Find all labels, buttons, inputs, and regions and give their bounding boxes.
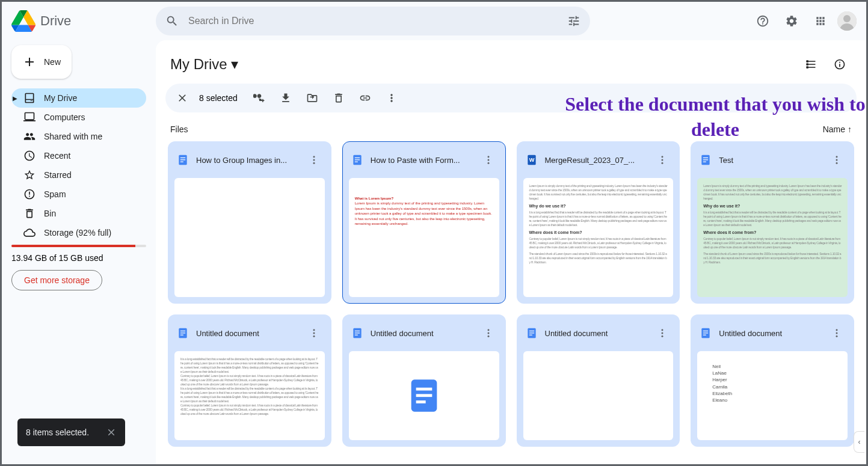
download-button[interactable] — [274, 86, 298, 110]
file-card[interactable]: Untitled document Neil LaNae Harper Cami… — [691, 314, 854, 447]
svg-point-52 — [662, 336, 663, 337]
svg-rect-56 — [703, 335, 706, 336]
svg-rect-45 — [416, 400, 425, 403]
file-card[interactable]: W MergeResult_2023_07_... Lorem Ipsum is… — [517, 141, 680, 304]
list-view-icon[interactable] — [799, 52, 823, 76]
svg-point-32 — [313, 329, 315, 331]
avatar[interactable] — [837, 11, 857, 31]
file-title: How to Paste with Form... — [371, 156, 469, 165]
file-menu-icon[interactable] — [650, 321, 674, 345]
drive-logo-icon — [11, 9, 35, 33]
svg-rect-55 — [703, 333, 708, 333]
docs-icon — [351, 327, 363, 339]
file-preview: What is Lorem Ipsum? Lorem Ipsum is simp… — [349, 178, 499, 297]
file-menu-icon[interactable] — [476, 148, 500, 172]
file-card[interactable]: How to Group Images in... — [168, 141, 331, 304]
file-preview: Neil LaNae Harper Camila Elizabeth Elean… — [697, 351, 848, 440]
file-menu-icon[interactable] — [476, 321, 500, 345]
file-title: MergeResult_2023_07_... — [545, 156, 644, 165]
tune-icon[interactable] — [567, 14, 580, 28]
docs-icon — [700, 154, 712, 166]
search-input[interactable] — [188, 16, 558, 26]
sidebar-item-my-drive[interactable]: ▶ My Drive — [11, 88, 146, 108]
sidebar: New ▶ My Drive Computers Shared with me … — [2, 40, 156, 464]
svg-rect-3 — [180, 158, 185, 158]
file-card[interactable]: Untitled document — [342, 314, 506, 447]
apps-icon[interactable] — [808, 9, 833, 33]
svg-point-8 — [313, 162, 315, 164]
close-selection-button[interactable] — [170, 86, 194, 110]
move-button[interactable] — [300, 86, 324, 110]
svg-rect-43 — [416, 388, 432, 391]
link-button[interactable] — [353, 86, 377, 110]
file-card[interactable]: How to Paste with Form... What is Lorem … — [342, 141, 506, 304]
share-button[interactable] — [247, 86, 271, 110]
sidebar-item-spam[interactable]: Spam — [11, 185, 146, 204]
docs-icon — [351, 154, 363, 166]
svg-point-51 — [662, 333, 663, 334]
file-menu-icon[interactable] — [825, 321, 849, 345]
file-card[interactable]: Test Lorem Ipsum is simply dummy text of… — [691, 141, 854, 304]
svg-point-7 — [313, 159, 315, 161]
arrow-up-icon: ↑ — [848, 124, 852, 134]
sidebar-item-computers[interactable]: Computers — [11, 108, 146, 127]
settings-icon[interactable] — [780, 9, 804, 33]
docs-large-icon — [405, 376, 443, 415]
file-menu-icon[interactable] — [302, 321, 326, 345]
sort-label: Name — [823, 124, 845, 134]
storage-text: 13.94 GB of 15 GB used — [11, 252, 146, 270]
svg-point-18 — [662, 156, 663, 158]
file-preview — [523, 351, 674, 440]
new-button[interactable]: New — [11, 45, 72, 79]
svg-point-39 — [487, 329, 489, 331]
file-card[interactable]: Untitled document — [517, 314, 680, 447]
svg-point-1 — [843, 15, 851, 22]
more-button[interactable] — [380, 86, 404, 110]
svg-rect-54 — [703, 331, 708, 331]
side-panel-toggle[interactable]: ‹ — [854, 431, 864, 453]
file-menu-icon[interactable] — [650, 148, 674, 172]
sidebar-item-label: Shared with me — [44, 132, 102, 141]
svg-rect-23 — [703, 159, 708, 160]
file-card[interactable]: Untitled document It is a long establish… — [168, 314, 331, 447]
info-icon[interactable] — [828, 52, 852, 76]
search-bar[interactable] — [156, 7, 590, 35]
logo-section[interactable]: Drive — [11, 9, 156, 33]
svg-point-19 — [662, 159, 663, 161]
close-icon[interactable] — [106, 427, 117, 438]
svg-point-26 — [836, 159, 838, 161]
file-menu-icon[interactable] — [825, 148, 849, 172]
svg-rect-24 — [703, 162, 706, 162]
header: Drive — [2, 2, 866, 40]
sidebar-item-storage[interactable]: Storage (92% full) — [11, 223, 146, 242]
svg-point-41 — [487, 336, 489, 337]
file-menu-icon[interactable] — [302, 148, 326, 172]
get-storage-button[interactable]: Get more storage — [11, 270, 102, 290]
sidebar-item-label: Computers — [44, 112, 85, 122]
sidebar-item-starred[interactable]: Starred — [11, 165, 146, 185]
dropdown-icon: ▾ — [231, 56, 238, 73]
delete-button[interactable] — [327, 86, 351, 110]
svg-point-13 — [487, 156, 489, 158]
svg-point-59 — [836, 336, 838, 337]
sidebar-item-recent[interactable]: Recent — [11, 146, 146, 165]
recent-icon — [23, 150, 35, 162]
docs-icon — [526, 327, 538, 339]
svg-rect-37 — [355, 333, 360, 333]
breadcrumb[interactable]: My Drive ▾ — [170, 56, 238, 73]
selection-count: 8 selected — [199, 93, 238, 103]
svg-point-25 — [836, 156, 838, 158]
svg-rect-49 — [529, 335, 532, 336]
sidebar-item-bin[interactable]: Bin — [11, 204, 146, 223]
file-grid: How to Group Images in... How to Paste w… — [165, 141, 857, 447]
svg-point-20 — [662, 162, 663, 164]
sidebar-item-shared[interactable]: Shared with me — [11, 127, 146, 146]
search-icon — [165, 14, 179, 28]
breadcrumb-title: My Drive — [170, 56, 227, 73]
spam-icon — [23, 188, 35, 200]
sidebar-item-label: Storage (92% full) — [44, 228, 111, 238]
file-title: Untitled document — [196, 329, 295, 338]
help-icon[interactable] — [751, 9, 775, 33]
svg-point-40 — [487, 333, 489, 334]
sort-button[interactable]: Name ↑ — [823, 124, 852, 134]
